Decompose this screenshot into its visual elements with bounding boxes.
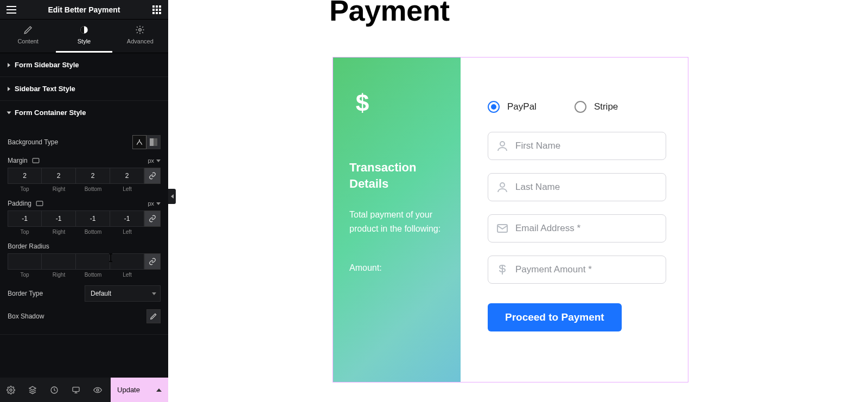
section-title: Sidebar Text Style	[15, 85, 75, 93]
padding-label: Padding	[8, 200, 43, 207]
first-name-field[interactable]	[488, 132, 666, 160]
last-name-field[interactable]	[488, 173, 666, 201]
section-form-sidebar-style: Form Sidebar Style	[0, 53, 168, 77]
margin-bottom-input[interactable]	[76, 168, 110, 184]
tab-label: Content	[17, 38, 39, 44]
box-shadow-edit-button[interactable]	[146, 309, 161, 323]
padding-unit-select[interactable]: px	[148, 200, 161, 207]
radius-bottom-input[interactable]	[76, 253, 110, 270]
chevron-down-icon	[152, 292, 156, 295]
payment-form: PayPal Stripe	[461, 58, 688, 382]
svg-rect-3	[152, 9, 155, 11]
svg-rect-8	[159, 12, 161, 14]
svg-rect-13	[150, 138, 154, 146]
transaction-title: Transaction Details	[349, 159, 444, 192]
settings-icon[interactable]	[0, 378, 22, 402]
first-name-input[interactable]	[515, 141, 658, 151]
apps-icon[interactable]	[151, 4, 163, 16]
radius-right-input[interactable]	[42, 253, 76, 270]
better-payment-widget[interactable]: $ Transaction Details Total payment of y…	[333, 57, 688, 382]
section-toggle[interactable]: Sidebar Text Style	[0, 77, 168, 100]
section-sidebar-text-style: Sidebar Text Style	[0, 77, 168, 101]
svg-point-10	[139, 29, 142, 31]
section-toggle[interactable]: Form Container Style	[0, 101, 168, 124]
update-button[interactable]: Update	[111, 378, 168, 402]
bg-type-classic-button[interactable]	[132, 135, 146, 149]
caret-right-icon	[8, 87, 10, 91]
radius-left-input[interactable]	[110, 253, 144, 270]
margin-left-input[interactable]	[110, 168, 144, 184]
tab-advanced[interactable]: Advanced	[112, 20, 168, 53]
border-type-select[interactable]: Default	[85, 285, 161, 302]
radio-stripe[interactable]: Stripe	[575, 101, 618, 113]
email-field[interactable]	[488, 214, 666, 243]
proceed-button[interactable]: Proceed to Payment	[488, 303, 622, 331]
dollar-icon: $	[349, 90, 375, 116]
panel-header: Edit Better Payment	[0, 0, 168, 20]
svg-rect-17	[73, 387, 79, 391]
bg-type-gradient-button[interactable]	[146, 135, 161, 149]
amount-field[interactable]	[488, 256, 666, 284]
section-form-container-style: Form Container Style Background Type	[0, 101, 168, 335]
svg-point-11	[139, 140, 139, 141]
box-shadow-label: Box Shadow	[8, 312, 44, 320]
tab-label: Style	[78, 38, 91, 44]
svg-rect-6	[152, 12, 155, 14]
amount-label: Amount:	[349, 263, 444, 273]
navigator-icon[interactable]	[22, 378, 43, 402]
padding-link-values-button[interactable]	[144, 210, 161, 227]
tab-label: Advanced	[127, 38, 154, 44]
svg-rect-4	[156, 9, 158, 11]
caret-right-icon	[8, 63, 10, 67]
svg-rect-14	[33, 158, 39, 163]
sections-scroll[interactable]: Form Sidebar Style Sidebar Text Style Fo…	[0, 53, 168, 378]
padding-bottom-input[interactable]	[76, 210, 110, 227]
editor-canvas[interactable]: Payment $ Transaction Details Total paym…	[168, 0, 868, 402]
user-icon	[496, 181, 509, 194]
border-radius-label: Border Radius	[8, 243, 49, 250]
menu-icon[interactable]	[5, 4, 17, 16]
radio-label: PayPal	[507, 101, 537, 112]
history-icon[interactable]	[43, 378, 65, 402]
panel-title: Edit Better Payment	[17, 5, 151, 14]
radius-link-values-button[interactable]	[144, 253, 161, 270]
amount-input[interactable]	[515, 264, 658, 275]
padding-right-input[interactable]	[42, 210, 76, 227]
border-type-label: Border Type	[8, 290, 43, 297]
svg-rect-15	[36, 201, 43, 206]
responsive-icon[interactable]	[36, 200, 43, 207]
preview-icon[interactable]	[87, 378, 108, 402]
svg-point-18	[97, 389, 99, 391]
section-toggle[interactable]: Form Sidebar Style	[0, 53, 168, 76]
radio-label: Stripe	[594, 101, 618, 112]
caret-down-icon	[7, 111, 11, 114]
panel-collapse-handle[interactable]	[168, 189, 176, 204]
margin-unit-select[interactable]: px	[148, 157, 161, 164]
svg-point-19	[500, 142, 505, 146]
dollar-sign-icon	[496, 263, 509, 276]
svg-rect-2	[159, 5, 161, 8]
padding-top-input[interactable]	[8, 210, 42, 227]
svg-rect-0	[152, 5, 155, 8]
padding-left-input[interactable]	[110, 210, 144, 227]
mail-icon	[496, 222, 509, 235]
radio-paypal[interactable]: PayPal	[488, 101, 537, 113]
email-input[interactable]	[515, 223, 658, 234]
radius-top-input[interactable]	[8, 253, 42, 270]
tab-style[interactable]: Style	[56, 20, 112, 53]
margin-link-values-button[interactable]	[144, 168, 161, 184]
svg-rect-1	[156, 5, 158, 8]
svg-point-16	[10, 389, 12, 391]
margin-top-input[interactable]	[8, 168, 42, 184]
chevron-up-icon	[156, 388, 162, 392]
payment-sidebar: $ Transaction Details Total payment of y…	[333, 58, 461, 382]
transaction-desc: Total payment of your product in the fol…	[349, 208, 444, 235]
last-name-input[interactable]	[515, 182, 658, 193]
responsive-icon[interactable]	[32, 157, 40, 164]
margin-right-input[interactable]	[42, 168, 76, 184]
section-title: Form Sidebar Style	[15, 61, 79, 69]
svg-rect-7	[156, 12, 158, 14]
tab-content[interactable]: Content	[0, 20, 56, 53]
background-type-label: Background Type	[8, 138, 58, 146]
responsive-mode-icon[interactable]	[65, 378, 87, 402]
